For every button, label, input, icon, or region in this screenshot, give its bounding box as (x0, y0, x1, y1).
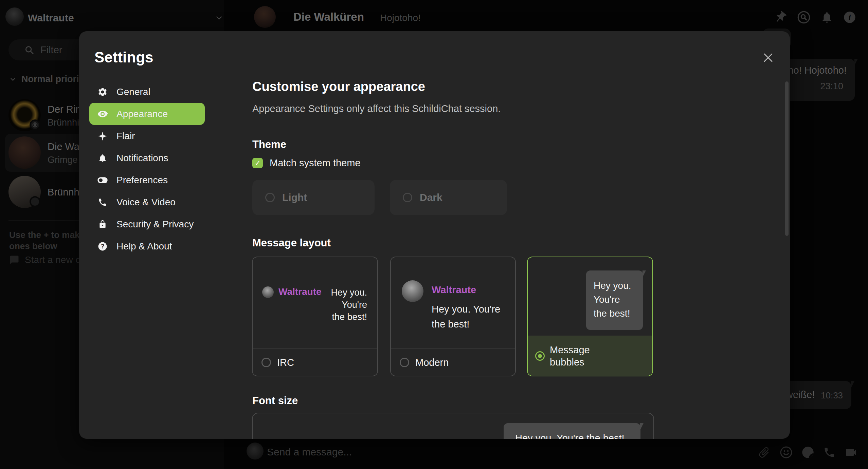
appearance-subheading: Appearance Settings only affect this Sch… (252, 103, 501, 114)
layout-option-label: IRC (277, 356, 294, 369)
theme-option-label: Light (282, 192, 307, 203)
gear-icon (97, 87, 108, 97)
layout-option-row[interactable]: Modern (391, 349, 515, 376)
radio-modern[interactable] (400, 358, 409, 367)
match-system-theme-label: Match system theme (270, 157, 361, 169)
layout-option-row[interactable]: IRC (253, 349, 377, 376)
layout-option-label: Message bubbles (550, 344, 590, 368)
preview-message: Hey you. You're the best! (432, 302, 500, 332)
layout-option-irc[interactable]: Waltraute Hey you. You're the best! IRC (252, 257, 378, 376)
theme-option-dark: Dark (390, 180, 507, 215)
eye-icon (97, 109, 108, 119)
nav-label: Notifications (116, 153, 168, 164)
nav-item-security-privacy[interactable]: Security & Privacy (89, 213, 205, 235)
dialog-title: Settings (94, 49, 153, 66)
modal-scrollbar[interactable] (785, 81, 789, 236)
settings-nav: General Appearance Flair Notifications P… (89, 81, 205, 257)
radio-dark (403, 193, 412, 202)
nav-label: Help & About (116, 241, 172, 252)
font-size-preview-bubble: Hey you. You're the best! (504, 423, 640, 439)
irc-preview: Waltraute Hey you. You're the best! (253, 257, 377, 349)
nav-label: Flair (116, 131, 135, 142)
match-system-theme-checkbox[interactable] (252, 158, 263, 168)
close-icon (762, 51, 775, 64)
bell-icon (97, 153, 108, 163)
preview-avatar (402, 280, 423, 302)
close-button[interactable] (760, 50, 776, 65)
appearance-heading: Customise your appearance (252, 79, 425, 94)
preview-sender-name: Waltraute (278, 286, 322, 297)
phone-icon (97, 198, 108, 207)
nav-item-notifications[interactable]: Notifications (89, 147, 205, 169)
match-system-theme-row: Match system theme (252, 157, 361, 169)
layout-option-message-bubbles[interactable]: Hey you. You're the best! Message bubble… (527, 257, 653, 376)
nav-label: Security & Privacy (116, 219, 194, 230)
modern-preview: Waltraute Hey you. You're the best! (391, 257, 515, 349)
layout-option-label: Modern (415, 356, 449, 369)
app-root: Waltraute Filter Normal priorit Der Rin … (0, 0, 868, 469)
preview-sender-name: Waltraute (432, 284, 500, 296)
theme-option-label: Dark (420, 192, 442, 203)
nav-item-preferences[interactable]: Preferences (89, 169, 205, 191)
settings-dialog: Settings General Appearance Flair Notifi… (79, 31, 790, 439)
layout-option-row[interactable]: Message bubbles (528, 336, 652, 376)
nav-item-voice-video[interactable]: Voice & Video (89, 191, 205, 213)
nav-item-help-about[interactable]: ? Help & About (89, 235, 205, 257)
radio-message-bubbles[interactable] (535, 351, 545, 361)
bubbles-preview: Hey you. You're the best! (528, 257, 652, 336)
toggle-icon (97, 175, 108, 186)
preview-message: Hey you. You're the best! (326, 286, 367, 323)
font-size-heading: Font size (252, 395, 298, 407)
nav-item-appearance[interactable]: Appearance (89, 103, 205, 125)
svg-text:?: ? (101, 243, 105, 250)
radio-irc[interactable] (261, 358, 271, 367)
nav-item-general[interactable]: General (89, 81, 205, 103)
bubble-notch (640, 423, 644, 430)
sparkle-icon (97, 131, 108, 141)
theme-heading: Theme (252, 138, 286, 151)
font-size-preview-box: Hey you. You're the best! (252, 413, 654, 439)
question-icon: ? (97, 241, 108, 251)
radio-light (265, 193, 275, 202)
nav-label: Appearance (116, 109, 168, 119)
nav-label: Preferences (116, 175, 168, 186)
nav-label: General (116, 87, 150, 97)
preview-bubble: Hey you. You're the best! (586, 270, 643, 330)
theme-option-light: Light (252, 180, 375, 215)
preview-avatar (262, 286, 274, 298)
lock-icon (97, 220, 108, 229)
bubble-notch (643, 270, 646, 277)
message-layout-heading: Message layout (252, 237, 331, 249)
nav-label: Voice & Video (116, 197, 176, 208)
nav-item-flair[interactable]: Flair (89, 125, 205, 147)
layout-option-modern[interactable]: Waltraute Hey you. You're the best! Mode… (390, 257, 516, 376)
